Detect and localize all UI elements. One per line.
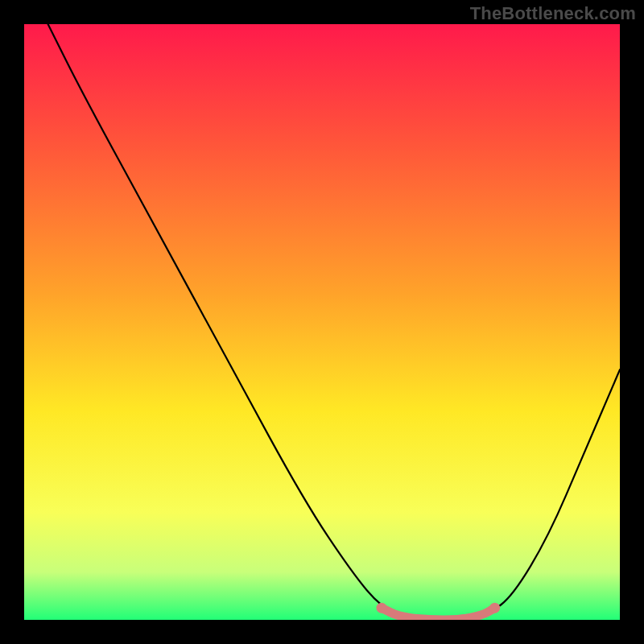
- chart-svg: [24, 24, 620, 620]
- highlight-cap: [489, 603, 500, 613]
- plot-area: [24, 24, 620, 620]
- highlight-cap: [377, 603, 387, 613]
- chart-frame: TheBottleneck.com: [0, 0, 644, 644]
- watermark-text: TheBottleneck.com: [470, 3, 636, 24]
- gradient-background: [24, 24, 620, 620]
